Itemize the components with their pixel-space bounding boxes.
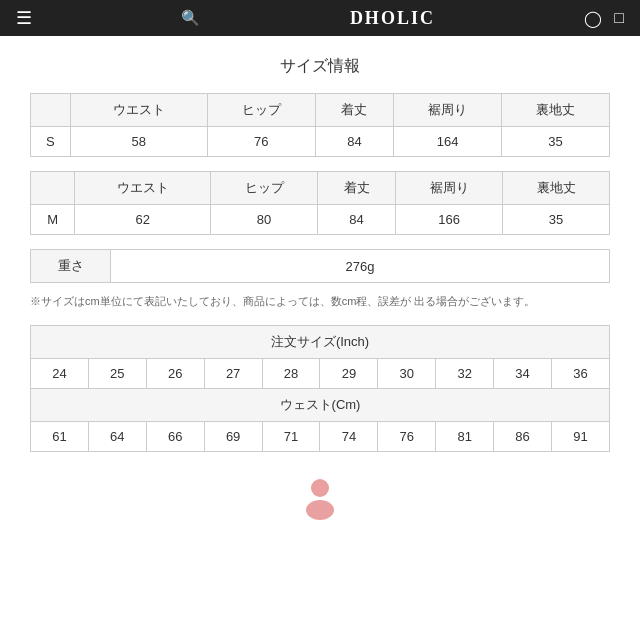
size-table-m: ウエスト ヒップ 着丈 裾周り 裏地丈 M 62 80 84 166 35 — [30, 171, 610, 235]
order-size-25: 25 — [88, 358, 146, 388]
bottom-avatar-area — [30, 472, 610, 525]
hem-value-m: 166 — [396, 205, 503, 235]
waist-66: 66 — [146, 421, 204, 451]
order-size-28: 28 — [262, 358, 320, 388]
waist-76: 76 — [378, 421, 436, 451]
order-size-29: 29 — [320, 358, 378, 388]
col-lining-m: 裏地丈 — [503, 172, 610, 205]
table-m-header-row: ウエスト ヒップ 着丈 裾周り 裏地丈 — [31, 172, 610, 205]
cart-icon[interactable]: □ — [614, 9, 624, 28]
person-icon — [295, 472, 345, 522]
size-label-s: S — [31, 127, 71, 157]
col-waist-m: ウエスト — [75, 172, 211, 205]
size-table-s: ウエスト ヒップ 着丈 裾周り 裏地丈 S 58 76 84 164 35 — [30, 93, 610, 157]
order-size-27: 27 — [204, 358, 262, 388]
svg-point-1 — [306, 500, 334, 520]
waist-86: 86 — [494, 421, 552, 451]
waist-header-row: ウェスト(Cm) — [31, 388, 610, 421]
col-length-m: 着丈 — [318, 172, 396, 205]
table-s-header-row: ウエスト ヒップ 着丈 裾周り 裏地丈 — [31, 94, 610, 127]
order-size-26: 26 — [146, 358, 204, 388]
col-hip-m: ヒップ — [211, 172, 318, 205]
table-m-data-row: M 62 80 84 166 35 — [31, 205, 610, 235]
waist-69: 69 — [204, 421, 262, 451]
size-label-m: M — [31, 205, 75, 235]
order-size-32: 32 — [436, 358, 494, 388]
waist-value-m: 62 — [75, 205, 211, 235]
waist-61: 61 — [31, 421, 89, 451]
order-size-24: 24 — [31, 358, 89, 388]
lining-value-m: 35 — [503, 205, 610, 235]
hip-value-m: 80 — [211, 205, 318, 235]
weight-table: 重さ 276g — [30, 249, 610, 283]
user-icon[interactable]: ◯ — [584, 9, 602, 28]
weight-row: 重さ 276g — [31, 250, 610, 283]
weight-label: 重さ — [31, 250, 111, 283]
waist-91: 91 — [552, 421, 610, 451]
hip-value-s: 76 — [207, 127, 315, 157]
waist-71: 71 — [262, 421, 320, 451]
order-size-36: 36 — [552, 358, 610, 388]
col-empty-m — [31, 172, 75, 205]
nav-right-icons: ◯ □ — [584, 9, 624, 28]
length-value-m: 84 — [318, 205, 396, 235]
section-title: サイズ情報 — [30, 56, 610, 77]
menu-icon[interactable]: ☰ — [16, 7, 32, 29]
waist-74: 74 — [320, 421, 378, 451]
svg-point-0 — [311, 479, 329, 497]
brand-logo: DHOLIC — [350, 8, 435, 29]
nav-bar: ☰ 🔍 DHOLIC ◯ □ — [0, 0, 640, 36]
order-size-34: 34 — [494, 358, 552, 388]
hem-value-s: 164 — [394, 127, 502, 157]
col-waist-s: ウエスト — [70, 94, 207, 127]
col-hem-s: 裾周り — [394, 94, 502, 127]
table-s-data-row: S 58 76 84 164 35 — [31, 127, 610, 157]
order-size-label: 注文サイズ(Inch) — [31, 325, 610, 358]
length-value-s: 84 — [315, 127, 394, 157]
order-size-30: 30 — [378, 358, 436, 388]
waist-value-s: 58 — [70, 127, 207, 157]
col-hem-m: 裾周り — [396, 172, 503, 205]
col-length-s: 着丈 — [315, 94, 394, 127]
col-hip-s: ヒップ — [207, 94, 315, 127]
search-icon[interactable]: 🔍 — [181, 9, 200, 27]
size-note: ※サイズはcm単位にて表記いたしており、商品によっては、数cm程、誤差が 出る場… — [30, 293, 610, 311]
col-empty-s — [31, 94, 71, 127]
waist-64: 64 — [88, 421, 146, 451]
waist-values-row: 61 64 66 69 71 74 76 81 86 91 — [31, 421, 610, 451]
order-header-row: 注文サイズ(Inch) — [31, 325, 610, 358]
main-content: サイズ情報 ウエスト ヒップ 着丈 裾周り 裏地丈 S 58 76 84 164… — [0, 36, 640, 545]
waist-label: ウェスト(Cm) — [31, 388, 610, 421]
order-size-values-row: 24 25 26 27 28 29 30 32 34 36 — [31, 358, 610, 388]
avatar — [295, 472, 345, 522]
order-size-table: 注文サイズ(Inch) 24 25 26 27 28 29 30 32 34 3… — [30, 325, 610, 452]
weight-value: 276g — [111, 250, 610, 283]
col-lining-s: 裏地丈 — [502, 94, 610, 127]
lining-value-s: 35 — [502, 127, 610, 157]
waist-81: 81 — [436, 421, 494, 451]
